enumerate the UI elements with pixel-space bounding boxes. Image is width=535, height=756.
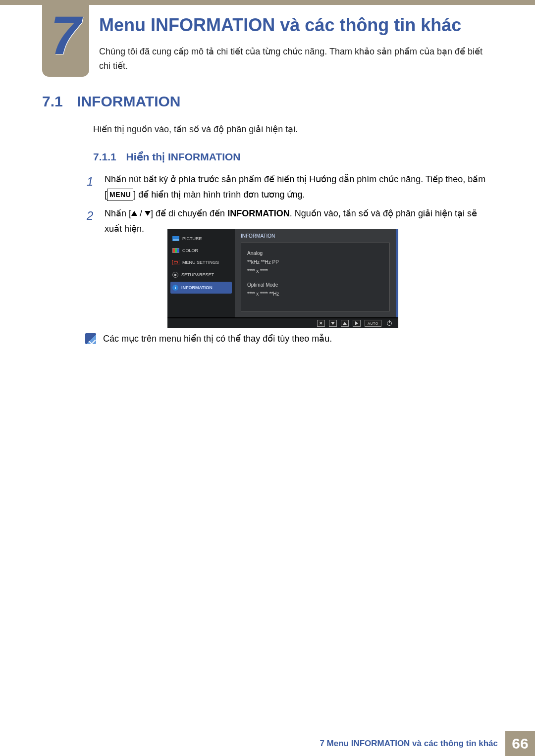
section-number: 7.1 [42,93,63,109]
info-icon: i [172,285,178,291]
osd-panel-title: INFORMATION [235,229,396,241]
power-icon [387,321,392,326]
osd-item-label: SETUP&RESET [181,272,214,277]
chapter-title: Menu INFORMATION và các thông tin khác [99,15,461,36]
step-number: 2 [87,206,98,236]
section-heading: 7.1 INFORMATION [42,93,180,110]
note-icon [85,333,96,344]
osd-item-menu-settings: MENU SETTINGS [170,257,232,268]
step-1: 1 Nhấn nút bất kỳ ở phía trước sản phẩm … [87,172,490,202]
triangle-up-icon [131,211,137,216]
gear-icon [172,260,179,265]
osd-info-line1: Analog [247,249,383,258]
reset-icon [172,272,178,278]
color-icon [172,248,179,253]
osd-button-bar: ✕ AUTO [167,317,398,328]
osd-panel-body: Analog **kHz **Hz PP **** x **** Optimal… [241,243,390,311]
osd-down-button [329,320,337,327]
footer-page-number: 66 [505,731,535,756]
note-text: Các mục trên menu hiển thị có thể thay đ… [103,333,332,344]
osd-up-button [341,320,349,327]
section-desc: Hiển thị nguồn vào, tần số và độ phân gi… [93,124,298,135]
note: Các mục trên menu hiển thị có thể thay đ… [85,333,332,344]
chapter-number: 7 [51,8,81,62]
page-footer: 7 Menu INFORMATION và các thông tin khác… [0,731,535,756]
subsection-number: 7.1.1 [93,151,116,162]
triangle-right-icon [355,321,358,325]
osd-item-label: MENU SETTINGS [182,260,219,265]
step-1-text-b: để hiển thị màn hình trình đơn tương ứng… [138,190,305,200]
osd-item-picture: PICTURE [170,233,232,244]
osd-info-line2: **kHz **Hz PP [247,258,383,267]
osd-screenshot: PICTURE COLOR MENU SETTINGS SETUP&RESET … [167,229,398,328]
osd-panel: INFORMATION Analog **kHz **Hz PP **** x … [235,229,396,317]
menu-button-label: MENU [107,189,133,202]
step-1-text-a: Nhấn nút bất kỳ ở phía trước sản phẩm để… [105,174,485,184]
triangle-up-icon [343,322,347,325]
osd-item-setup-reset: SETUP&RESET [170,269,232,281]
osd-window: PICTURE COLOR MENU SETTINGS SETUP&RESET … [167,229,398,317]
osd-sidebar: PICTURE COLOR MENU SETTINGS SETUP&RESET … [167,229,235,317]
step-1-body: Nhấn nút bất kỳ ở phía trước sản phẩm để… [105,172,490,202]
section-title: INFORMATION [77,93,180,109]
osd-item-label: COLOR [182,248,198,253]
step-2-text-a: Nhấn [ [105,208,131,218]
osd-item-label: PICTURE [182,236,202,241]
triangle-down-icon [145,211,151,216]
subsection-title: Hiển thị INFORMATION [126,151,241,162]
osd-info-line5: **** x **** **Hz [247,290,383,299]
step-2-target: INFORMATION [227,208,290,218]
picture-icon [172,236,179,241]
step-number: 1 [87,172,98,202]
osd-item-color: COLOR [170,245,232,256]
footer-chapter-label: 7 Menu INFORMATION và các thông tin khác [312,731,505,756]
osd-power-button [385,320,393,327]
osd-item-label: INFORMATION [181,285,213,290]
osd-info-line4: Optimal Mode [247,281,383,290]
osd-auto-button: AUTO [365,320,381,327]
chapter-intro: Chúng tôi đã cung cấp mô tả chi tiết của… [99,45,490,73]
close-icon: ✕ [319,321,323,326]
osd-item-information: i INFORMATION [170,282,232,294]
osd-close-button: ✕ [317,320,325,327]
chapter-tab: 7 [42,5,89,77]
triangle-down-icon [331,322,335,325]
osd-info-line3: **** x **** [247,267,383,276]
step-2-text-b: ] để di chuyển đến [151,208,227,218]
subsection-heading: 7.1.1 Hiển thị INFORMATION [93,151,240,163]
osd-right-button [353,320,361,327]
